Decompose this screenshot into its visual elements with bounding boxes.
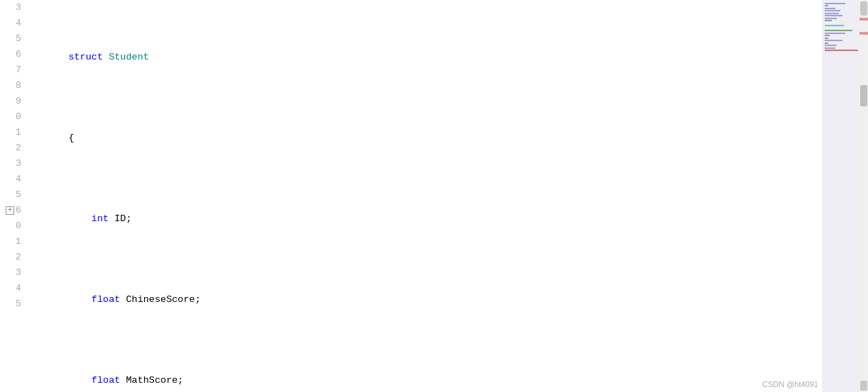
vertical-scrollbar[interactable] — [859, 0, 868, 392]
scrollbar-thumb[interactable] — [860, 85, 867, 106]
code-line: { — [34, 115, 815, 162]
right-panel — [822, 0, 868, 392]
minimap-overlay — [822, 0, 859, 392]
minimap — [822, 0, 859, 392]
scrollbar-thumb-top[interactable] — [860, 1, 867, 16]
scrollbar-thumb-bottom[interactable] — [860, 381, 867, 391]
code-area[interactable]: struct Student { int ID; float ChineseSc… — [27, 0, 822, 392]
code-line: int ID; — [34, 196, 815, 242]
code-line: float ChineseScore; — [34, 276, 815, 323]
code-line: float MathScore; — [34, 357, 815, 392]
scrollbar-marker-1 — [859, 18, 868, 21]
line-numbers: 3 4 5 6 7 8 9 0 1 2 3 4 5 + 6 0 1 2 3 4 … — [0, 0, 27, 392]
watermark: CSDN @ht4091 — [762, 380, 818, 388]
code-line: struct Student — [34, 34, 815, 81]
editor-container: 3 4 5 6 7 8 9 0 1 2 3 4 5 + 6 0 1 2 3 4 … — [0, 0, 868, 392]
scrollbar-marker-2 — [859, 32, 868, 35]
